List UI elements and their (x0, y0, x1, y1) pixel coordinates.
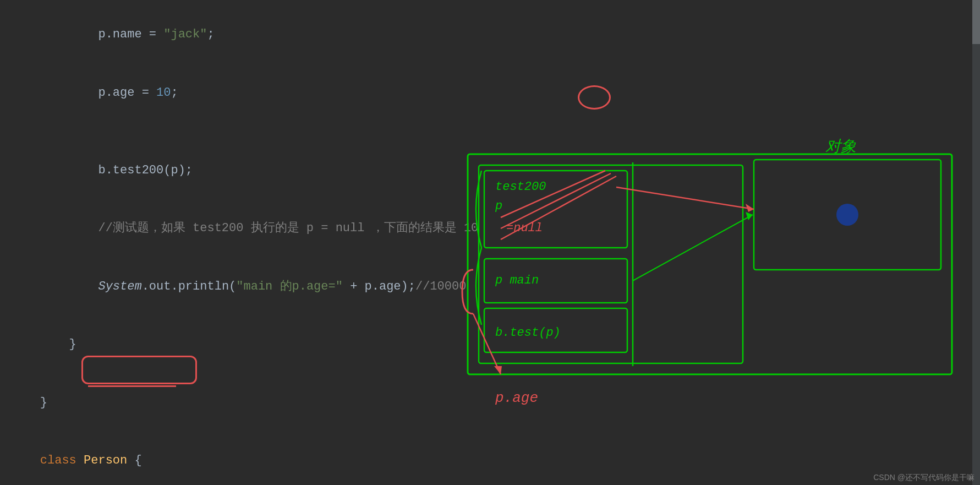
code-line-class-person: class Person { (11, 432, 440, 485)
bottom-bar: CSDN @还不写代码你是干嘛 (868, 471, 980, 485)
svg-text:p: p (495, 199, 502, 213)
svg-text:b.test(p): b.test(p) (495, 326, 561, 340)
svg-line-21 (473, 314, 501, 374)
code-line-7: } (11, 374, 440, 432)
code-line-3: b.test200(p); (11, 141, 440, 199)
code-line-6: } (11, 315, 440, 374)
scrollbar-thumb[interactable] (972, 0, 980, 44)
svg-text:对象: 对象 (825, 138, 856, 155)
diagram-svg: 对象 test200 p =null p main b.test(p) (451, 0, 980, 485)
svg-text:test200: test200 (495, 180, 546, 194)
code-line-empty1 (11, 122, 440, 141)
svg-line-19 (633, 215, 753, 281)
svg-point-8 (836, 204, 858, 226)
diagram-area: 对象 test200 p =null p main b.test(p) (451, 0, 980, 485)
code-line-4: //测试题，如果 test200 执行的是 p = null ，下面的结果是 1… (11, 199, 440, 258)
code-line-2: p.age = 10; (11, 64, 440, 122)
bottom-bar-text: CSDN @还不写代码你是干嘛 (873, 473, 974, 482)
scrollbar[interactable] (972, 0, 980, 485)
svg-text:p     main: p main (495, 274, 539, 287)
svg-marker-20 (746, 212, 753, 220)
code-line-1: p.name = "jack"; (11, 6, 440, 64)
svg-text:p.age: p.age (495, 390, 538, 406)
svg-marker-22 (494, 366, 502, 374)
code-area: p.name = "jack"; p.age = 10; b.test200(p… (0, 0, 451, 485)
code-line-5: System.out.println("main 的p.age=" + p.ag… (11, 257, 440, 315)
svg-line-15 (616, 187, 754, 209)
